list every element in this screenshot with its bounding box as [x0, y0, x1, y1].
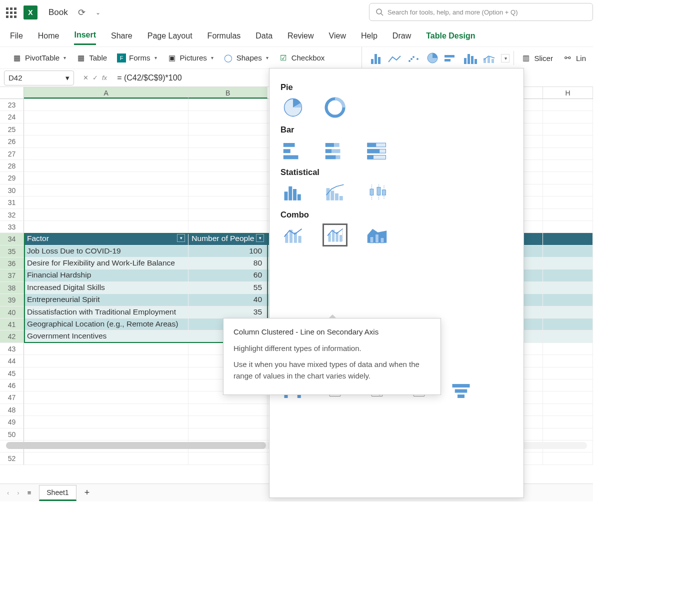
table-button[interactable]: ▦Table — [73, 51, 110, 65]
cell[interactable] — [24, 343, 188, 355]
cell[interactable] — [543, 111, 593, 123]
cell[interactable] — [188, 428, 268, 440]
fx-icon[interactable]: fx — [102, 74, 107, 82]
row-header[interactable]: 47 — [0, 392, 24, 404]
row-header[interactable]: 35 — [0, 246, 24, 258]
select-all-corner[interactable] — [0, 87, 24, 98]
row-header[interactable]: 43 — [0, 343, 24, 355]
bar-clustered-option[interactable] — [280, 138, 306, 162]
cell[interactable]: Government Incentives — [24, 330, 188, 342]
cell[interactable] — [188, 124, 268, 136]
tab-home[interactable]: Home — [38, 28, 60, 44]
cell[interactable]: 40 — [188, 294, 268, 306]
row-header[interactable]: 41 — [0, 318, 24, 330]
row-header[interactable]: 37 — [0, 270, 24, 282]
cell[interactable] — [543, 172, 593, 184]
cell[interactable] — [543, 221, 593, 233]
sheet-next-icon[interactable]: › — [17, 489, 19, 496]
pie-2d-chart-option[interactable] — [280, 96, 306, 119]
cell[interactable] — [543, 136, 593, 148]
cell[interactable] — [543, 330, 593, 342]
row-header[interactable]: 34 — [0, 233, 24, 245]
row-header[interactable]: 50 — [0, 428, 24, 440]
cell[interactable] — [543, 392, 593, 404]
row-header[interactable]: 24 — [0, 111, 24, 123]
row-header[interactable]: 40 — [0, 306, 24, 318]
histogram-option[interactable] — [280, 181, 306, 204]
cell[interactable] — [24, 124, 188, 136]
cell[interactable]: Dissatisfaction with Traditional Employm… — [24, 306, 188, 318]
cell[interactable] — [543, 246, 593, 258]
cell[interactable] — [543, 355, 593, 367]
row-header[interactable]: 39 — [0, 294, 24, 306]
row-header[interactable]: 46 — [0, 380, 24, 392]
tab-view[interactable]: View — [329, 28, 346, 44]
funnel-option[interactable] — [448, 380, 474, 402]
cell[interactable] — [24, 209, 188, 221]
col-header-B[interactable]: B — [188, 87, 268, 98]
row-header[interactable]: 49 — [0, 416, 24, 428]
excel-app-icon[interactable]: X — [24, 6, 38, 20]
cell[interactable] — [188, 196, 268, 208]
cell[interactable] — [24, 184, 188, 196]
add-sheet-icon[interactable]: + — [84, 488, 90, 498]
cell[interactable] — [543, 270, 593, 282]
row-header[interactable]: 44 — [0, 355, 24, 367]
tab-data[interactable]: Data — [256, 28, 272, 44]
cell[interactable] — [24, 160, 188, 172]
row-header[interactable]: 31 — [0, 196, 24, 208]
app-launcher-icon[interactable] — [6, 8, 16, 18]
pivottable-button[interactable]: ▦PivotTable▾ — [9, 51, 69, 65]
col-header-A[interactable]: A — [24, 87, 188, 98]
row-header[interactable]: 27 — [0, 148, 24, 160]
forms-button[interactable]: FForms▾ — [114, 52, 160, 64]
cell[interactable]: Entrepreneurial Spirit — [24, 294, 188, 306]
cell[interactable] — [24, 452, 188, 464]
sheet-prev-icon[interactable]: ‹ — [7, 489, 9, 496]
cell[interactable]: 35 — [188, 306, 268, 318]
cell[interactable] — [188, 452, 268, 464]
cell[interactable]: 60 — [188, 270, 268, 282]
cell[interactable] — [24, 392, 188, 404]
cell[interactable] — [543, 343, 593, 355]
shapes-button[interactable]: ◯Shapes▾ — [220, 51, 272, 65]
doughnut-chart-option[interactable] — [322, 96, 348, 119]
column-chart-icon[interactable] — [368, 52, 383, 64]
cell[interactable] — [24, 111, 188, 123]
cell[interactable] — [543, 368, 593, 380]
tab-file[interactable]: File — [10, 28, 23, 44]
cell[interactable] — [24, 99, 188, 111]
tab-page-layout[interactable]: Page Layout — [148, 28, 192, 44]
cell[interactable] — [543, 306, 593, 318]
tab-review[interactable]: Review — [288, 28, 314, 44]
cell[interactable] — [188, 404, 268, 416]
cell[interactable]: 55 — [188, 282, 268, 294]
combo-clustered-line-option[interactable] — [280, 224, 306, 246]
cell[interactable] — [543, 184, 593, 196]
row-header[interactable]: 26 — [0, 136, 24, 148]
cell[interactable] — [188, 184, 268, 196]
cell[interactable] — [24, 380, 188, 392]
search-input[interactable]: Search for tools, help, and more (Option… — [369, 3, 593, 21]
accept-formula-icon[interactable]: ✓ — [92, 74, 98, 82]
cell[interactable] — [543, 196, 593, 208]
combo-chart-icon[interactable] — [482, 52, 497, 64]
cell[interactable] — [24, 221, 188, 233]
row-header[interactable]: 23 — [0, 99, 24, 111]
title-dropdown-chevron-icon[interactable]: ⌄ — [96, 9, 100, 16]
name-box[interactable]: D42 ▾ — [4, 70, 74, 86]
row-header[interactable]: 38 — [0, 282, 24, 294]
col-header-H[interactable]: H — [543, 87, 593, 98]
row-header[interactable]: 45 — [0, 368, 24, 380]
row-header[interactable]: 36 — [0, 258, 24, 270]
cell[interactable] — [543, 99, 593, 111]
cell[interactable] — [543, 209, 593, 221]
cell[interactable] — [188, 99, 268, 111]
tab-insert[interactable]: Insert — [74, 26, 96, 45]
combo-clustered-line-secondary-option[interactable] — [322, 224, 348, 246]
cell[interactable] — [543, 233, 593, 245]
cell[interactable] — [24, 416, 188, 428]
cell[interactable] — [188, 172, 268, 184]
row-header[interactable]: 52 — [0, 452, 24, 464]
cell[interactable] — [24, 172, 188, 184]
